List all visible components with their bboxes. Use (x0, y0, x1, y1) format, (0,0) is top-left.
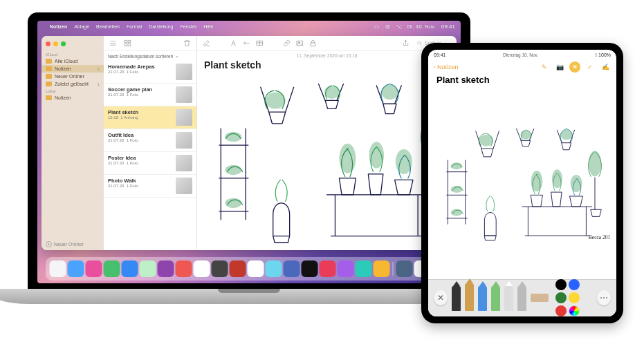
eraser-tool[interactable] (504, 286, 513, 311)
minimize-window-button[interactable] (53, 41, 58, 46)
svg-point-22 (552, 169, 562, 188)
compose-icon[interactable]: ✍ (600, 61, 611, 73)
menubar-item[interactable]: Bearbeiten (96, 24, 120, 29)
dock-app-icon[interactable] (194, 260, 210, 277)
note-list-item[interactable]: Outfit Idea21.07.20 1 Foto (104, 129, 196, 152)
note-list-item[interactable]: Plant sketch15:18 1 Anhang (104, 106, 196, 129)
svg-point-7 (298, 42, 300, 44)
svg-point-4 (243, 42, 246, 44)
macos-menubar: Notizen Ablage Bearbeiten Format Darstel… (37, 21, 461, 32)
menubar-app-name[interactable]: Notizen (50, 24, 67, 29)
close-window-button[interactable] (46, 41, 50, 46)
zoom-window-button[interactable] (61, 41, 66, 46)
compose-icon[interactable] (203, 39, 210, 47)
wifi-icon[interactable]: ◎ (385, 23, 390, 30)
new-folder-button[interactable]: + Neuer Ordner (42, 238, 104, 250)
menubar-item[interactable]: Hilfe (203, 24, 213, 29)
color-red[interactable] (555, 305, 567, 316)
grid-view-icon[interactable] (124, 39, 131, 47)
link-icon[interactable] (283, 39, 291, 47)
checkmark-icon[interactable]: ✓ (585, 61, 596, 73)
menubar-item[interactable]: Format (127, 24, 142, 29)
color-yellow[interactable] (569, 292, 580, 303)
macos-dock (46, 257, 453, 281)
ipad-note-title[interactable]: Plant sketch (428, 75, 616, 88)
table-icon[interactable] (256, 39, 264, 47)
pencil-tool[interactable] (465, 283, 474, 311)
dock-app-icon[interactable] (86, 260, 102, 277)
back-button[interactable]: ‹ Notizen (434, 64, 459, 70)
menubar-item[interactable]: Darstellung (149, 24, 173, 29)
sidebar-folder[interactable]: Zuletzt gelöscht1 (42, 80, 104, 88)
sidebar-folder[interactable]: Alle iCloud (42, 57, 104, 65)
close-tools-button[interactable]: ✕ (434, 290, 448, 305)
dock-app-icon[interactable] (284, 260, 300, 277)
marker-tool[interactable] (478, 286, 487, 311)
lasso-tool[interactable] (517, 286, 526, 311)
svg-rect-8 (311, 43, 315, 46)
menubar-item[interactable]: Fenster (181, 24, 197, 29)
menubar-time[interactable]: 09:41 (441, 23, 455, 30)
dock-app-icon[interactable] (320, 260, 336, 277)
lock-icon[interactable] (309, 39, 317, 47)
dock-app-icon[interactable] (266, 260, 282, 277)
note-editor-pane: Suchen 11. September 2020 um 15:18 Plant… (197, 36, 457, 250)
color-black[interactable] (555, 279, 567, 290)
dock-app-icon[interactable] (374, 260, 390, 277)
sidebar-folder[interactable]: Notizen (42, 94, 104, 102)
markup-icon[interactable]: ✎ (539, 61, 550, 73)
color-green[interactable] (555, 292, 567, 303)
new-folder-label: Neuer Ordner (54, 242, 84, 247)
checklist-icon[interactable] (243, 39, 250, 47)
highlighter-tool[interactable] (491, 286, 500, 311)
note-list-item[interactable]: Photo Walk21.07.20 1 Foto (104, 175, 196, 198)
color-blue[interactable] (569, 279, 580, 290)
dock-app-icon[interactable] (356, 260, 372, 277)
note-drawing-canvas[interactable]: Becca 2019 (197, 73, 457, 250)
dock-app-icon[interactable] (50, 260, 66, 277)
chevron-left-icon: ‹ (434, 64, 436, 70)
text-style-icon[interactable] (230, 39, 237, 47)
more-button[interactable]: ⋯ (597, 290, 611, 305)
note-title[interactable]: Plant sketch (197, 58, 457, 73)
list-view-icon[interactable] (109, 39, 117, 47)
dock-app-icon[interactable] (176, 260, 192, 277)
dock-app-icon[interactable] (68, 260, 84, 277)
svg-point-26 (520, 130, 531, 139)
dock-app-icon[interactable] (230, 260, 246, 277)
dock-app-icon[interactable] (158, 260, 174, 277)
camera-icon[interactable]: 📷 (554, 61, 565, 73)
note-modified-date: 11. September 2020 um 15:18 (197, 51, 457, 58)
dock-app-icon[interactable] (338, 260, 354, 277)
trash-icon[interactable] (183, 39, 191, 47)
note-list-item[interactable]: Homemade Arepas21.07.20 1 Foto (104, 61, 196, 84)
folder-icon (46, 59, 52, 64)
folder-icon (46, 66, 52, 71)
sidebar-folder[interactable]: Neuer Ordner (42, 73, 104, 80)
color-picker[interactable] (569, 305, 580, 316)
dock-app-icon[interactable] (104, 260, 120, 277)
sidebar-folder[interactable]: Notizen6 (42, 65, 104, 73)
dock-app-icon[interactable] (248, 260, 264, 277)
menubar-item[interactable]: Ablage (74, 24, 89, 29)
dock-app-icon[interactable] (212, 260, 228, 277)
dock-app-icon[interactable] (140, 260, 156, 277)
svg-rect-1 (128, 40, 130, 42)
photos-icon[interactable] (296, 39, 304, 47)
note-list-item[interactable]: Poster Idea21.07.20 1 Foto (104, 152, 196, 175)
dock-app-icon[interactable] (122, 260, 138, 277)
sort-dropdown[interactable]: Nach Erstellungsdatum sortieren ⌄ (104, 51, 196, 61)
macbook-device: Notizen Ablage Bearbeiten Format Darstel… (28, 12, 470, 298)
note-list-item[interactable]: Soccer game plan21.07.20 1 Foto (104, 84, 196, 106)
sun-icon[interactable]: ☀ (569, 61, 580, 73)
ipad-drawing-canvas[interactable]: Becca 2019 (428, 88, 616, 279)
dock-app-icon[interactable] (396, 260, 413, 277)
pen-tool[interactable] (452, 286, 461, 311)
control-center-icon[interactable]: ⌥ (396, 23, 402, 30)
dock-app-icon[interactable] (302, 260, 318, 277)
battery-icon[interactable]: ▭ (374, 23, 380, 30)
share-icon[interactable] (402, 39, 410, 47)
menubar-date[interactable]: Di. 10. Nov. (407, 23, 436, 30)
notes-sidebar: iCloudAlle iCloudNotizen6Neuer OrdnerZul… (42, 36, 104, 250)
ruler-tool[interactable] (531, 294, 549, 302)
